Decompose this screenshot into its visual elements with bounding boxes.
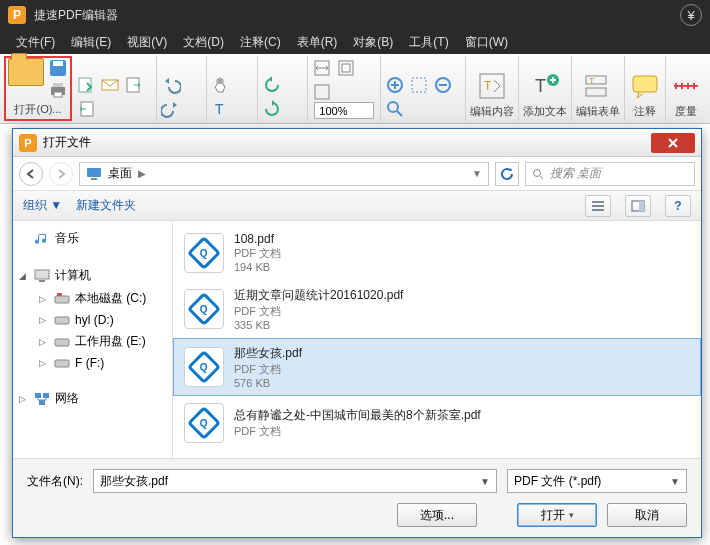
fit-page-icon[interactable]: [336, 58, 356, 78]
fit-width-icon[interactable]: [312, 58, 332, 78]
ribbon: 打开(O)... T 100%: [0, 54, 710, 124]
undo-group: [157, 56, 208, 121]
menu-document[interactable]: 文档(D): [175, 34, 232, 51]
tree-drive-f[interactable]: ▷ F (F:): [17, 353, 168, 373]
options-button[interactable]: 选项...: [397, 503, 477, 527]
zoom-out-icon[interactable]: [433, 75, 453, 95]
open-group[interactable]: 打开(O)...: [4, 56, 72, 121]
arrow-right-icon: [55, 168, 67, 180]
loupe-icon[interactable]: [385, 99, 405, 119]
file-size: 576 KB: [234, 377, 302, 389]
menu-object[interactable]: 对象(B): [345, 34, 401, 51]
add-text-group[interactable]: T 添加文本: [519, 56, 572, 121]
annotate-icon: [629, 70, 661, 102]
svg-rect-33: [55, 296, 69, 303]
edit-content-label: 编辑内容: [470, 104, 514, 119]
doc-left-icon[interactable]: [76, 99, 96, 119]
view-mode-button[interactable]: [585, 195, 611, 217]
zoom-buttons-group: [381, 56, 466, 121]
svg-rect-38: [35, 393, 41, 398]
menu-edit[interactable]: 编辑(E): [63, 34, 119, 51]
redo-icon[interactable]: [161, 99, 181, 119]
help-button[interactable]: ?: [665, 195, 691, 217]
export-icon[interactable]: [76, 75, 96, 95]
zoom-combo[interactable]: 100%: [314, 102, 374, 119]
zoom-in-icon[interactable]: [385, 75, 405, 95]
file-name: 总有静谧之处-中国城市间最美的8个新茶室.pdf: [234, 407, 481, 424]
new-folder-button[interactable]: 新建文件夹: [76, 197, 136, 214]
svg-rect-30: [639, 201, 644, 211]
doc-right-icon[interactable]: [124, 75, 144, 95]
chevron-down-icon: ▾: [569, 510, 574, 520]
menu-annotate[interactable]: 注释(C): [232, 34, 289, 51]
annotate-group[interactable]: 注释: [625, 56, 666, 121]
rotate-right-icon[interactable]: [262, 99, 282, 119]
save-icon[interactable]: [48, 58, 68, 78]
file-name: 108.pdf: [234, 232, 281, 246]
measure-icon: [670, 70, 702, 102]
tree-drive-c[interactable]: ▷ 本地磁盘 (C:): [17, 287, 168, 310]
preview-pane-button[interactable]: [625, 195, 651, 217]
hand-icon[interactable]: [211, 75, 231, 95]
edit-content-icon: T: [476, 70, 508, 102]
menu-window[interactable]: 窗口(W): [457, 34, 516, 51]
menu-form[interactable]: 表单(R): [289, 34, 346, 51]
nav-forward-button[interactable]: [49, 162, 73, 186]
chevron-down-icon[interactable]: ▼: [472, 168, 482, 179]
file-item[interactable]: Q 近期文章问题统计20161020.pdf PDF 文档 335 KB: [173, 280, 701, 338]
tree-network[interactable]: ▷ 网络: [17, 387, 168, 410]
file-size: 335 KB: [234, 319, 403, 331]
titlebar: P 捷速PDF编辑器 ¥: [0, 0, 710, 30]
annotate-label: 注释: [634, 104, 656, 119]
file-name: 近期文章问题统计20161020.pdf: [234, 287, 403, 304]
cancel-button[interactable]: 取消: [607, 503, 687, 527]
menu-view[interactable]: 视图(V): [119, 34, 175, 51]
open-file-dialog: P 打开文件 桌面 ▶ ▼ 搜索 桌面 组织 ▼ 新建文件夹: [12, 128, 702, 538]
search-icon: [532, 168, 544, 180]
menu-tools[interactable]: 工具(T): [401, 34, 456, 51]
menu-file[interactable]: 文件(F): [8, 34, 63, 51]
file-item[interactable]: Q 那些女孩.pdf PDF 文档 576 KB: [173, 338, 701, 396]
folder-open-icon[interactable]: [8, 58, 44, 86]
svg-text:T: T: [215, 101, 224, 117]
undo-icon[interactable]: [161, 75, 181, 95]
actual-size-icon[interactable]: [312, 82, 332, 102]
text-select-icon[interactable]: T: [211, 99, 231, 119]
tree-computer[interactable]: ◢ 计算机: [17, 264, 168, 287]
filter-combo[interactable]: PDF 文件 (*.pdf) ▼: [507, 469, 687, 493]
rotate-left-icon[interactable]: [262, 75, 282, 95]
print-icon[interactable]: [48, 80, 68, 100]
nav-back-button[interactable]: [19, 162, 43, 186]
search-input[interactable]: 搜索 桌面: [525, 162, 695, 186]
tree-network-label: 网络: [55, 390, 79, 407]
tree-drive-d[interactable]: ▷ hyl (D:): [17, 310, 168, 330]
search-placeholder: 搜索 桌面: [550, 165, 601, 182]
tree-music[interactable]: 音乐: [17, 227, 168, 250]
dialog-toolbar: 组织 ▼ 新建文件夹 ?: [13, 191, 701, 221]
music-icon: [34, 232, 50, 246]
organize-button[interactable]: 组织 ▼: [23, 197, 62, 214]
zoom-value: 100%: [319, 105, 347, 117]
measure-group[interactable]: 度量: [666, 56, 706, 121]
open-button[interactable]: 打开 ▾: [517, 503, 597, 527]
tree-drive-f-label: F (F:): [75, 356, 104, 370]
svg-rect-35: [55, 317, 69, 324]
email-icon[interactable]: [100, 75, 120, 95]
marquee-zoom-icon[interactable]: [409, 75, 429, 95]
open-button-label: 打开: [541, 507, 565, 524]
app-title: 捷速PDF编辑器: [34, 7, 118, 24]
file-item[interactable]: Q 108.pdf PDF 文档 194 KB: [173, 225, 701, 280]
file-item[interactable]: Q 总有静谧之处-中国城市间最美的8个新茶室.pdf PDF 文档: [173, 396, 701, 450]
refresh-button[interactable]: [495, 162, 519, 186]
dialog-close-button[interactable]: [651, 133, 695, 153]
yen-icon[interactable]: ¥: [680, 4, 702, 26]
open-label: 打开(O)...: [14, 102, 61, 117]
dialog-titlebar: P 打开文件: [13, 129, 701, 157]
filename-combo[interactable]: 那些女孩.pdf ▼: [93, 469, 497, 493]
drive-icon: [54, 292, 70, 306]
tree-drive-e[interactable]: ▷ 工作用盘 (E:): [17, 330, 168, 353]
breadcrumb[interactable]: 桌面 ▶ ▼: [79, 162, 489, 186]
drive-icon: [54, 335, 70, 349]
edit-content-group[interactable]: T 编辑内容: [466, 56, 519, 121]
edit-form-group[interactable]: T 编辑表单: [572, 56, 625, 121]
